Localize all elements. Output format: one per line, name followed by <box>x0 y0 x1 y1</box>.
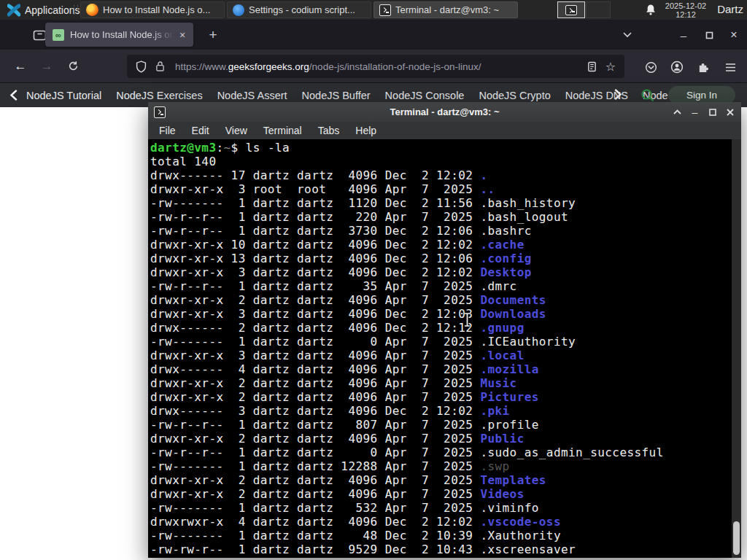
browser-tab-active[interactable]: ∞ How to Install Node.js on × <box>45 23 193 47</box>
terminal-output-line: -rw-r--r-- 1 dartz dartz 807 Apr 7 2025 … <box>150 418 664 432</box>
taskbar-window-terminal[interactable]: Terminal - dartz@vm3: ~ <box>374 1 518 18</box>
file-name: Public <box>480 432 524 446</box>
panel-clock[interactable]: 2025-12-02 12:12 <box>660 1 711 19</box>
maximize-button[interactable] <box>707 106 718 117</box>
prompt-symbol: $ <box>231 141 246 155</box>
nav-link-0[interactable]: NodeJS Tutorial <box>26 90 101 101</box>
nav-link-4[interactable]: NodeJS Console <box>385 90 465 101</box>
terminal-total-line: total 140 <box>150 155 664 168</box>
search-icon[interactable] <box>640 88 654 102</box>
terminal-menu-help[interactable]: Help <box>347 123 384 138</box>
xubuntu-logo-icon <box>7 4 20 17</box>
reload-icon <box>68 61 79 71</box>
terminal-output-line: drwx------ 3 dartz dartz 4096 Dec 2 12:0… <box>150 404 664 418</box>
workspace-switcher-empty[interactable] <box>586 1 611 18</box>
notification-bell-icon[interactable] <box>645 4 657 16</box>
url-scheme: https://www. <box>175 61 228 72</box>
file-name: .bash_logout <box>480 210 568 224</box>
browser-toolbar: ← → https://www.geeksforgeeks.org/node-j… <box>0 50 747 83</box>
file-name: .bash_history <box>480 196 576 210</box>
terminal-menubar: FileEditViewTerminalTabsHelp <box>148 122 741 139</box>
terminal-window: Terminal - dartz@vm3: ~ – FileEditViewTe… <box>148 102 741 558</box>
terminal-body[interactable]: dartz@vm3:~$ ls -la total 140 drwx------… <box>148 139 741 558</box>
terminal-output-line: drwx------ 2 dartz dartz 4096 Dec 2 12:1… <box>150 321 664 335</box>
new-tab-button[interactable]: + <box>204 26 222 44</box>
applications-label: Applications <box>25 4 80 16</box>
nav-link-2[interactable]: NodeJS Assert <box>217 90 287 101</box>
terminal-prompt-line: dartz@vm3:~$ ls -la <box>150 141 664 155</box>
back-button[interactable]: ← <box>10 56 31 77</box>
reader-mode-icon[interactable] <box>582 57 601 76</box>
pocket-icon[interactable] <box>640 58 661 76</box>
tracking-shield-icon[interactable] <box>131 57 150 76</box>
terminal-menu-terminal[interactable]: Terminal <box>255 123 310 138</box>
url-domain: geeksforgeeks.org <box>228 61 309 72</box>
bookmark-star-icon[interactable]: ☆ <box>601 57 620 76</box>
terminal-menu-view[interactable]: View <box>217 123 255 138</box>
prompt-user-host: dartz@vm3 <box>150 141 216 155</box>
extensions-puzzle-icon[interactable] <box>693 58 713 76</box>
prompt-command: ls -la <box>246 141 290 155</box>
terminal-scrollbar-thumb[interactable] <box>733 521 740 555</box>
maximize-icon <box>705 31 713 39</box>
url-path: /node-js/installation-of-node-js-on-linu… <box>309 61 481 72</box>
file-name: .dmrc <box>480 279 516 293</box>
terminal-menu-edit[interactable]: Edit <box>184 123 217 138</box>
geeksforgeeks-favicon: ∞ <box>53 29 64 41</box>
nav-scroll-right-chevron-icon[interactable] <box>614 89 622 100</box>
taskbar-window-vscodium[interactable]: Settings - codium script... <box>227 1 371 18</box>
terminal-output-line: drwx------ 17 dartz dartz 4096 Dec 2 12:… <box>150 168 664 182</box>
terminal-menu-tabs[interactable]: Tabs <box>310 123 348 138</box>
vscodium-icon <box>233 4 244 16</box>
browser-tab-bar: ∞ How to Install Node.js on × + – × <box>0 20 747 50</box>
file-name: .pki <box>480 404 509 418</box>
terminal-output-line: drwxr-xr-x 2 dartz dartz 4096 Apr 7 2025… <box>150 432 664 446</box>
tab-title: How to Install Node.js on <box>70 29 176 40</box>
shade-button[interactable] <box>672 106 683 117</box>
file-name: .config <box>480 252 531 265</box>
file-name: .mozilla <box>480 362 538 376</box>
terminal-scrollbar[interactable] <box>732 139 741 558</box>
url-text: https://www.geeksforgeeks.org/node-js/in… <box>175 61 582 72</box>
nav-scroll-left-chevron-icon[interactable] <box>9 90 18 101</box>
forward-button[interactable]: → <box>36 56 57 77</box>
terminal-icon <box>154 106 166 118</box>
file-name: .gnupg <box>480 321 524 335</box>
file-name: .local <box>480 349 524 362</box>
window-maximize-button[interactable] <box>700 27 718 43</box>
minimize-button[interactable]: – <box>689 106 700 117</box>
reload-button[interactable] <box>63 56 83 77</box>
panel-username[interactable]: Dartz <box>717 3 743 15</box>
account-icon[interactable] <box>667 58 687 76</box>
taskbar-window-title: Settings - codium script... <box>249 4 355 15</box>
window-close-button[interactable]: × <box>725 27 743 43</box>
taskbar-window-firefox[interactable]: How to Install Node.js o... <box>80 1 225 18</box>
file-name: .sudo_as_admin_successful <box>480 446 663 459</box>
nav-link-5[interactable]: NodeJS Crypto <box>479 90 550 101</box>
terminal-output-line: drwxr-xr-x 2 dartz dartz 4096 Apr 7 2025… <box>150 293 664 307</box>
prompt-separator: : <box>216 141 223 155</box>
window-minimize-button[interactable]: – <box>675 27 692 43</box>
lock-icon[interactable] <box>150 57 169 76</box>
taskbar-window-title: How to Install Node.js o... <box>103 4 210 15</box>
terminal-output-line: -rw-r--r-- 1 dartz dartz 35 Apr 7 2025 .… <box>150 279 664 293</box>
file-name: Desktop <box>480 265 531 279</box>
url-bar[interactable]: https://www.geeksforgeeks.org/node-js/in… <box>127 55 624 78</box>
terminal-menu-file[interactable]: File <box>151 123 184 138</box>
file-name: .vscode-oss <box>480 515 561 529</box>
terminal-output-line: -rw-rw-r-- 1 dartz dartz 9529 Dec 2 10:4… <box>150 542 664 556</box>
hamburger-menu-icon[interactable] <box>720 58 740 76</box>
tab-close-button[interactable]: × <box>176 28 189 42</box>
terminal-output-line: -rw-r--r-- 1 dartz dartz 3730 Dec 2 12:0… <box>150 224 664 238</box>
clock-date: 2025-12-02 <box>660 1 711 10</box>
terminal-titlebar[interactable]: Terminal - dartz@vm3: ~ – <box>148 102 741 122</box>
firefox-view-icon <box>33 29 47 42</box>
workspace-switcher-active[interactable] <box>557 1 585 18</box>
close-button[interactable] <box>724 106 735 117</box>
nav-link-1[interactable]: NodeJS Exercises <box>116 90 202 101</box>
nav-link-3[interactable]: NodeJS Buffer <box>302 90 371 101</box>
text-cursor-ibeam <box>462 312 472 327</box>
file-name: .ICEauthority <box>480 335 576 349</box>
firefox-icon <box>86 4 98 16</box>
list-all-tabs-button[interactable] <box>619 27 636 43</box>
